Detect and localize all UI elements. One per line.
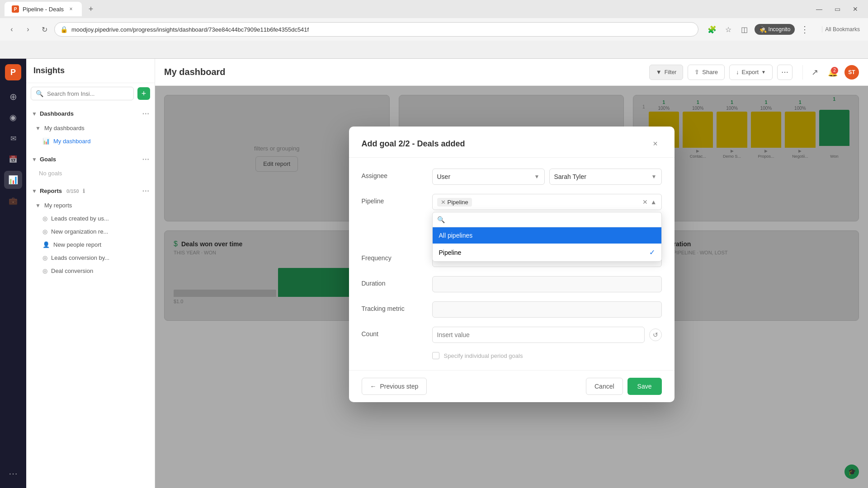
assignee-user-select[interactable]: Sarah Tyler ▼	[549, 169, 662, 185]
extensions-btn[interactable]: 🧩	[706, 23, 718, 36]
reports-info-icon[interactable]: ℹ	[83, 188, 85, 194]
notification-btn[interactable]: 🔔 2	[826, 65, 840, 80]
count-reset-btn[interactable]: ↺	[649, 328, 662, 341]
arrow-icon[interactable]: ↗	[808, 66, 821, 79]
sidebar-item-my-dashboards[interactable]: ▼ My dashboards	[26, 122, 155, 135]
tag-clear-btn[interactable]: ✕	[642, 198, 648, 206]
goals-more-icon[interactable]: ⋯	[142, 155, 149, 164]
share-label: Share	[702, 69, 718, 75]
sidebar-item-my-dashboard[interactable]: 📊 My dashboard	[26, 135, 155, 148]
sidebar-icon-notifications[interactable]: ◉	[4, 108, 22, 127]
dropdown-check-icon: ✓	[649, 248, 655, 257]
url-text: moodjoy.pipedrive.com/progress/insights/…	[71, 26, 309, 33]
insights-title: Insights	[33, 66, 65, 75]
my-reports-chevron: ▼	[35, 202, 41, 209]
prev-step-btn[interactable]: ← Previous step	[362, 378, 427, 395]
new-people-icon: 👤	[42, 241, 50, 248]
add-report-btn[interactable]: +	[137, 87, 150, 100]
filter-btn[interactable]: ▼ Filter	[649, 65, 684, 80]
sidebar-panel-btn[interactable]: ◫	[738, 23, 751, 36]
nav-sidebar: Insights 🔍 + ▼ Dashboards ⋯ ▼ My d	[26, 59, 155, 488]
pipeline-search-input[interactable]	[448, 216, 657, 223]
icon-sidebar: P ⊕ ◉ ✉ 📅 📊 💼 ⋯	[0, 59, 26, 488]
dashboards-chevron: ▼	[32, 111, 37, 117]
my-dashboards-label: My dashboards	[44, 125, 85, 131]
back-arrow-icon: ←	[370, 383, 377, 390]
count-input-row: ↺	[432, 327, 662, 343]
sidebar-scroll: ▼ Dashboards ⋯ ▼ My dashboards 📊 My dash…	[26, 104, 155, 488]
save-label: Save	[637, 383, 652, 390]
tag-expand-btn[interactable]: ▲	[651, 198, 657, 206]
minimize-btn[interactable]: —	[811, 3, 827, 15]
sidebar-report-new-org[interactable]: ◎ New organization re...	[26, 225, 155, 238]
cancel-btn[interactable]: Cancel	[586, 378, 623, 395]
sidebar-icon-dashboard[interactable]: ⊕	[4, 88, 22, 106]
my-dashboard-label: My dashboard	[53, 138, 149, 145]
leads-conv-label: Leads conversion by...	[51, 254, 149, 261]
back-btn[interactable]: ‹	[5, 23, 18, 36]
sidebar-icon-insights[interactable]: 📊	[4, 171, 22, 189]
sidebar-icon-calendar[interactable]: 📅	[4, 150, 22, 168]
close-btn[interactable]: ✕	[847, 3, 863, 15]
share-btn[interactable]: ⇧ Share	[688, 65, 725, 80]
sidebar-icon-more[interactable]: ⋯	[4, 465, 22, 483]
export-btn[interactable]: ↓ Export ▼	[729, 65, 773, 80]
sidebar-report-leads-conversion[interactable]: ◎ Leads conversion by...	[26, 251, 155, 264]
avatar[interactable]: ST	[844, 65, 859, 80]
tracking-metric-row: Tracking metric	[362, 301, 662, 318]
active-tab[interactable]: P Pipeline - Deals ×	[5, 2, 82, 16]
sidebar-report-new-people[interactable]: 👤 New people report	[26, 238, 155, 251]
sidebar-report-leads-created[interactable]: ◎ Leads created by us...	[26, 212, 155, 225]
reports-more-icon[interactable]: ⋯	[142, 187, 149, 195]
nav-sidebar-header: Insights	[26, 59, 155, 83]
duration-label: Duration	[362, 276, 425, 287]
goals-header[interactable]: ▼ Goals ⋯	[26, 151, 155, 167]
address-bar[interactable]: 🔒 moodjoy.pipedrive.com/progress/insight…	[54, 22, 698, 37]
reports-header[interactable]: ▼ Reports 0/150 ℹ ⋯	[26, 183, 155, 199]
refresh-btn[interactable]: ↻	[38, 23, 51, 36]
content-area: filters or grouping Edit report filters …	[155, 86, 868, 488]
goals-section: ▼ Goals ⋯ No goals	[26, 150, 155, 181]
tab-favicon: P	[12, 5, 19, 13]
sidebar-item-my-reports[interactable]: ▼ My reports	[26, 199, 155, 212]
new-tab-btn[interactable]: +	[85, 3, 97, 15]
share-icon: ⇧	[694, 69, 699, 75]
modal-close-btn[interactable]: ×	[649, 137, 662, 150]
search-box[interactable]: 🔍	[31, 87, 134, 100]
main-content: My dashboard ▼ Filter ⇧ Share ↓ Export ▼…	[155, 59, 868, 488]
leads-created-icon: ◎	[42, 215, 47, 222]
maximize-btn[interactable]: ▭	[829, 3, 845, 15]
app-logo[interactable]: P	[5, 64, 21, 80]
assignee-type-value: User	[437, 173, 451, 180]
goals-label: Goals	[40, 156, 56, 163]
pipeline-dropdown: 🔍 All pipelines Pipeline	[432, 212, 662, 262]
sidebar-report-deal-conversion[interactable]: ◎ Deal conversion	[26, 264, 155, 277]
forward-btn[interactable]: ›	[22, 23, 34, 36]
dropdown-option-pipeline[interactable]: Pipeline ✓	[433, 244, 661, 261]
dropdown-option-all-pipelines[interactable]: All pipelines	[433, 227, 661, 244]
count-label: Count	[362, 327, 425, 338]
bookmark-btn[interactable]: ☆	[722, 23, 735, 36]
search-icon: 🔍	[36, 90, 43, 97]
tracking-metric-display	[432, 301, 662, 318]
pipeline-tag-field[interactable]: ✕ Pipeline ✕ ▲	[432, 194, 662, 210]
dashboards-more-icon[interactable]: ⋯	[142, 109, 149, 118]
sidebar-icon-mail[interactable]: ✉	[4, 129, 22, 147]
assignee-type-select[interactable]: User ▼	[432, 169, 545, 185]
footer-right-actions: Cancel Save	[586, 378, 662, 395]
search-input[interactable]	[47, 90, 129, 97]
sidebar-icon-deals[interactable]: 💼	[4, 192, 22, 210]
save-btn[interactable]: Save	[627, 378, 662, 395]
more-options-btn[interactable]: ⋯	[777, 65, 793, 80]
tab-close-btn[interactable]: ×	[67, 5, 75, 13]
menu-btn[interactable]: ⋮	[798, 23, 811, 36]
specify-individual-checkbox[interactable]	[432, 352, 439, 359]
dashboards-header[interactable]: ▼ Dashboards ⋯	[26, 106, 155, 122]
tag-x-icon: ✕	[441, 199, 446, 206]
specify-individual-label: Specify individual period goals	[444, 352, 523, 359]
incognito-badge: 🕵 Incognito	[755, 24, 795, 35]
incognito-label: Incognito	[769, 26, 791, 33]
count-input[interactable]	[432, 327, 645, 343]
assignee-user-value: Sarah Tyler	[554, 173, 586, 180]
export-label: Export	[742, 69, 759, 75]
